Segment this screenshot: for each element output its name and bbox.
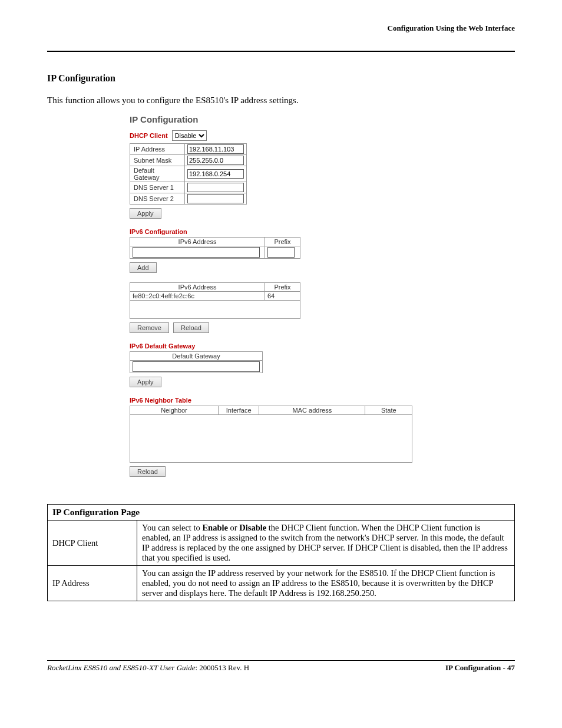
neighbor-col: Neighbor [130, 406, 219, 415]
ui-title: IP Configuration [130, 114, 459, 124]
footer-rule [47, 660, 515, 661]
ipv6-list-addr-col: IPv6 Address [130, 283, 265, 292]
apply-button-ip[interactable]: Apply [130, 208, 161, 219]
dns1-label: DNS Server 1 [130, 182, 185, 193]
interface-col: Interface [218, 406, 259, 415]
ipv6-gateway-table: Default Gateway [130, 351, 263, 373]
reload-button-neighbor[interactable]: Reload [130, 466, 166, 477]
ipv6-add-table: IPv6 Address Prefix [130, 237, 300, 259]
gateway-col: Default Gateway [130, 352, 263, 361]
ip-config-ui: IP Configuration DHCP Client Disable IP … [130, 114, 459, 480]
ip-address-input[interactable] [187, 144, 244, 154]
ipv6-address-input[interactable] [133, 247, 260, 258]
desc-header: IP Configuration Page [48, 505, 515, 521]
footer-right: IP Configuration - 47 [445, 663, 515, 673]
section-heading: IP Configuration [47, 73, 515, 84]
ipv6-neighbor-label: IPv6 Neighbor Table [130, 397, 459, 404]
default-gateway-input[interactable] [187, 169, 244, 179]
apply-button-gateway[interactable]: Apply [130, 377, 161, 387]
state-col: State [365, 406, 412, 415]
dns1-input[interactable] [187, 183, 244, 192]
remove-button[interactable]: Remove [130, 322, 169, 333]
ipv6-gateway-input[interactable] [133, 361, 260, 372]
ip-address-label: IP Address [130, 144, 185, 155]
ipv6-list-prefix-value: 64 [265, 292, 300, 301]
dns2-label: DNS Server 2 [130, 193, 185, 205]
footer-left: RocketLinx ES8510 and ES8510-XT User Gui… [47, 663, 249, 673]
desc-dhcp-param: DHCP Client [48, 521, 137, 566]
ipv6-gateway-label: IPv6 Default Gateway [130, 342, 459, 350]
default-gateway-label: Default Gateway [130, 166, 185, 182]
subnet-mask-input[interactable] [187, 156, 244, 165]
header-rule [47, 51, 515, 52]
dhcp-client-label: DHCP Client [130, 132, 168, 139]
desc-ip-param: IP Address [48, 566, 137, 601]
desc-ip-text: You can assign the IP address reserved b… [137, 566, 515, 601]
intro-text: This function allows you to configure th… [47, 95, 515, 106]
ipv6-addr-col: IPv6 Address [130, 238, 265, 246]
dhcp-client-select[interactable]: Disable [172, 130, 207, 141]
mac-col: MAC address [259, 406, 365, 415]
ipv6-list-addr-value: fe80::2c0:4eff:fe2c:6c [130, 292, 265, 301]
ip-settings-table: IP Address Subnet Mask Default Gateway D… [130, 143, 247, 205]
ipv6-config-label: IPv6 Configuration [130, 228, 459, 235]
ipv6-prefix-input[interactable] [267, 247, 295, 258]
ipv6-list-table: IPv6 Address Prefix fe80::2c0:4eff:fe2c:… [130, 282, 300, 301]
ip-config-desc-table: IP Configuration Page DHCP Client You ca… [47, 504, 515, 601]
subnet-mask-label: Subnet Mask [130, 155, 185, 166]
ipv6-list-empty-area [130, 301, 300, 319]
ipv6-prefix-col: Prefix [265, 238, 300, 246]
add-button[interactable]: Add [130, 262, 157, 273]
reload-button-ipv6[interactable]: Reload [173, 322, 209, 333]
page-header-right: Configuration Using the Web Interface [47, 24, 515, 33]
dns2-input[interactable] [187, 194, 244, 203]
desc-dhcp-text: You can select to Enable or Disable the … [137, 521, 515, 566]
ipv6-list-prefix-col: Prefix [265, 283, 300, 292]
neighbor-empty-area [130, 415, 412, 463]
ipv6-neighbor-table: Neighbor Interface MAC address State [130, 406, 412, 415]
